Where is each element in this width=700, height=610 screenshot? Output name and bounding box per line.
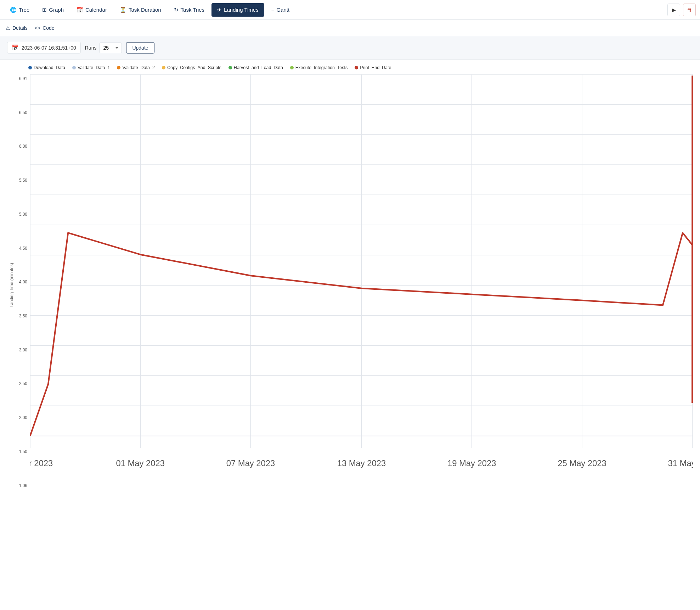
code-label: Code [43,25,54,31]
x-tick-3: 13 May 2023 [337,458,386,468]
x-tick-5: 25 May 2023 [558,458,606,468]
legend-item-execute-integration-tests: Execute_Integration_Tests [290,65,348,70]
chart-area: 26 Apr 2023 01 May 2023 07 May 2023 13 M… [30,74,693,496]
legend-label: Execute_Integration_Tests [295,65,348,70]
y-axis: 6.916.506.005.505.004.504.003.503.002.50… [14,74,30,496]
x-tick-2: 07 May 2023 [226,458,275,468]
landing-times-icon: ✈ [217,7,222,13]
y-tick: 5.50 [19,178,27,182]
tab-gantt[interactable]: ≡ Gantt [266,3,295,16]
nav-actions: ▶ 🗑 [667,4,696,16]
tab-tree[interactable]: 🌐 Tree [4,3,35,17]
legend-item-print-end-date: Print_End_Date [355,65,391,70]
legend-item-copy-configs-and-scripts: Copy_Configs_And_Scripts [162,65,221,70]
tab-task-duration-label: Task Duration [129,7,161,13]
tab-calendar-label: Calendar [85,7,107,13]
delete-button[interactable]: 🗑 [683,4,696,16]
legend-label: Print_End_Date [360,65,391,70]
legend-dot [72,66,76,69]
y-tick: 3.50 [19,314,27,318]
legend-label: Validate_Data_1 [78,65,110,70]
details-label: Details [12,25,28,31]
y-tick: 1.06 [19,484,27,488]
legend-dot [28,66,32,69]
tab-calendar[interactable]: 📅 Calendar [71,3,113,17]
task-tries-icon: ↻ [174,7,179,13]
chart-wrap: Landing Time (minutes) 6.916.506.005.505… [7,74,693,496]
play-icon: ▶ [672,7,676,13]
y-axis-title: Landing Time (minutes) [7,74,14,496]
runs-select[interactable]: 25 10 50 100 [99,43,122,53]
legend-dot [228,66,232,69]
sub-nav: ⚠ Details <> Code [0,20,700,36]
tab-graph-label: Graph [49,7,64,13]
date-display: 2023-06-07 16:31:51+00 [22,45,76,51]
task-duration-icon: ⏳ [120,7,126,13]
delete-icon: 🗑 [687,7,692,13]
calendar-icon: 📅 [77,7,83,13]
y-tick: 4.00 [19,280,27,284]
legend-dot [355,66,358,69]
gantt-icon: ≡ [271,7,275,13]
x-tick-1: 01 May 2023 [116,458,165,468]
chart-container: Download_DataValidate_Data_1Validate_Dat… [0,60,700,503]
y-tick: 6.50 [19,111,27,115]
tab-task-tries[interactable]: ↻ Task Tries [168,3,210,17]
tab-landing-times-label: Landing Times [224,7,259,13]
tab-graph[interactable]: ⊞ Graph [36,3,69,17]
calendar-small-icon: 📅 [12,44,19,51]
details-icon: ⚠ [6,25,10,31]
nav-bar: 🌐 Tree ⊞ Graph 📅 Calendar ⏳ Task Duratio… [0,0,700,20]
chart-legend: Download_DataValidate_Data_1Validate_Dat… [7,65,693,70]
code-icon: <> [35,25,40,31]
play-button[interactable]: ▶ [667,4,680,16]
legend-item-download-data: Download_Data [28,65,65,70]
update-label: Update [132,45,148,51]
legend-item-validate-data-1: Validate_Data_1 [72,65,110,70]
x-tick-6: 31 May 2023 [668,458,693,468]
legend-dot [162,66,165,69]
update-button[interactable]: Update [126,42,154,53]
y-tick: 5.00 [19,212,27,216]
y-tick: 3.00 [19,348,27,352]
tab-tree-label: Tree [19,7,29,13]
y-tick: 4.50 [19,246,27,250]
tab-landing-times[interactable]: ✈ Landing Times [211,3,264,17]
tree-icon: 🌐 [10,7,17,13]
legend-item-harvest-and-load-data: Harvest_and_Load_Data [228,65,283,70]
legend-label: Download_Data [34,65,65,70]
x-tick-0: 26 Apr 2023 [30,458,53,468]
controls-bar: 📅 2023-06-07 16:31:51+00 Runs 25 10 50 1… [0,36,700,60]
y-tick: 2.00 [19,416,27,420]
graph-icon: ⊞ [42,7,47,13]
legend-label: Copy_Configs_And_Scripts [167,65,221,70]
runs-label: Runs [85,45,97,51]
legend-dot [290,66,294,69]
tab-gantt-label: Gantt [276,7,289,13]
chart-svg: 26 Apr 2023 01 May 2023 07 May 2023 13 M… [30,74,693,496]
runs-wrap: Runs 25 10 50 100 [85,43,122,53]
x-tick-4: 19 May 2023 [447,458,496,468]
legend-dot [117,66,120,69]
y-tick: 2.50 [19,382,27,386]
legend-label: Validate_Data_2 [122,65,155,70]
details-link[interactable]: ⚠ Details [6,24,28,32]
legend-item-validate-data-2: Validate_Data_2 [117,65,155,70]
tab-task-duration[interactable]: ⏳ Task Duration [114,3,167,17]
y-tick: 6.00 [19,144,27,148]
tab-task-tries-label: Task Tries [181,7,205,13]
y-tick: 6.91 [19,77,27,81]
date-input-wrap: 📅 2023-06-07 16:31:51+00 [7,42,81,53]
y-tick: 1.50 [19,450,27,454]
code-link[interactable]: <> Code [35,24,55,32]
legend-label: Harvest_and_Load_Data [234,65,283,70]
